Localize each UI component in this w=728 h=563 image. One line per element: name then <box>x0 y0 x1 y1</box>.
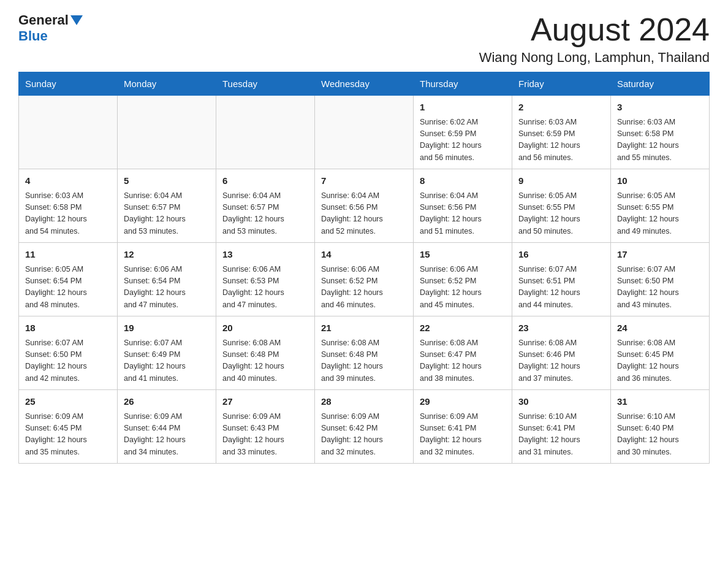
calendar-cell: 10Sunrise: 6:05 AM Sunset: 6:55 PM Dayli… <box>611 169 710 243</box>
day-number: 2 <box>518 101 604 115</box>
week-row-3: 11Sunrise: 6:05 AM Sunset: 6:54 PM Dayli… <box>19 243 710 316</box>
day-info: Sunrise: 6:04 AM Sunset: 6:57 PM Dayligh… <box>222 190 308 238</box>
day-info: Sunrise: 6:08 AM Sunset: 6:45 PM Dayligh… <box>617 337 703 385</box>
day-info: Sunrise: 6:09 AM Sunset: 6:44 PM Dayligh… <box>124 411 210 459</box>
calendar-table: SundayMondayTuesdayWednesdayThursdayFrid… <box>18 72 710 464</box>
day-number: 4 <box>25 174 111 188</box>
day-number: 6 <box>222 174 308 188</box>
day-number: 17 <box>617 248 703 262</box>
logo-triangle-icon <box>70 15 83 25</box>
day-number: 10 <box>617 174 703 188</box>
day-info: Sunrise: 6:04 AM Sunset: 6:56 PM Dayligh… <box>420 190 506 238</box>
calendar-cell: 19Sunrise: 6:07 AM Sunset: 6:49 PM Dayli… <box>118 316 216 390</box>
day-number: 29 <box>420 395 506 409</box>
logo: General Blue <box>18 12 85 44</box>
day-info: Sunrise: 6:06 AM Sunset: 6:53 PM Dayligh… <box>222 264 308 312</box>
calendar-cell: 2Sunrise: 6:03 AM Sunset: 6:59 PM Daylig… <box>512 96 611 169</box>
calendar-cell: 20Sunrise: 6:08 AM Sunset: 6:48 PM Dayli… <box>216 316 315 390</box>
day-info: Sunrise: 6:07 AM Sunset: 6:50 PM Dayligh… <box>25 337 111 385</box>
day-info: Sunrise: 6:07 AM Sunset: 6:51 PM Dayligh… <box>518 264 604 312</box>
calendar-cell: 29Sunrise: 6:09 AM Sunset: 6:41 PM Dayli… <box>414 390 512 464</box>
calendar-cell: 13Sunrise: 6:06 AM Sunset: 6:53 PM Dayli… <box>216 243 315 316</box>
calendar-cell: 9Sunrise: 6:05 AM Sunset: 6:55 PM Daylig… <box>512 169 611 243</box>
day-info: Sunrise: 6:04 AM Sunset: 6:57 PM Dayligh… <box>124 190 210 238</box>
day-info: Sunrise: 6:07 AM Sunset: 6:50 PM Dayligh… <box>617 264 703 312</box>
calendar-cell: 14Sunrise: 6:06 AM Sunset: 6:52 PM Dayli… <box>315 243 414 316</box>
week-row-4: 18Sunrise: 6:07 AM Sunset: 6:50 PM Dayli… <box>19 316 710 390</box>
day-info: Sunrise: 6:05 AM Sunset: 6:55 PM Dayligh… <box>617 190 703 238</box>
calendar-cell: 8Sunrise: 6:04 AM Sunset: 6:56 PM Daylig… <box>414 169 512 243</box>
day-info: Sunrise: 6:06 AM Sunset: 6:54 PM Dayligh… <box>124 264 210 312</box>
day-number: 11 <box>25 248 111 262</box>
day-info: Sunrise: 6:02 AM Sunset: 6:59 PM Dayligh… <box>420 117 506 164</box>
calendar-cell: 28Sunrise: 6:09 AM Sunset: 6:42 PM Dayli… <box>315 390 414 464</box>
day-number: 28 <box>321 395 407 409</box>
day-number: 3 <box>617 101 703 115</box>
calendar-cell: 3Sunrise: 6:03 AM Sunset: 6:58 PM Daylig… <box>611 96 710 169</box>
day-number: 8 <box>420 174 506 188</box>
day-info: Sunrise: 6:05 AM Sunset: 6:55 PM Dayligh… <box>518 190 604 238</box>
day-number: 19 <box>124 321 210 335</box>
calendar-cell <box>118 96 216 169</box>
day-number: 25 <box>25 395 111 409</box>
week-row-5: 25Sunrise: 6:09 AM Sunset: 6:45 PM Dayli… <box>19 390 710 464</box>
day-number: 7 <box>321 174 407 188</box>
day-number: 13 <box>222 248 308 262</box>
day-info: Sunrise: 6:07 AM Sunset: 6:49 PM Dayligh… <box>124 337 210 385</box>
day-header-friday: Friday <box>512 72 611 96</box>
week-row-1: 1Sunrise: 6:02 AM Sunset: 6:59 PM Daylig… <box>19 96 710 169</box>
day-info: Sunrise: 6:09 AM Sunset: 6:43 PM Dayligh… <box>222 411 308 459</box>
day-number: 31 <box>617 395 703 409</box>
day-number: 30 <box>518 395 604 409</box>
calendar-cell: 30Sunrise: 6:10 AM Sunset: 6:41 PM Dayli… <box>512 390 611 464</box>
day-info: Sunrise: 6:06 AM Sunset: 6:52 PM Dayligh… <box>420 264 506 312</box>
day-info: Sunrise: 6:06 AM Sunset: 6:52 PM Dayligh… <box>321 264 407 312</box>
day-info: Sunrise: 6:09 AM Sunset: 6:41 PM Dayligh… <box>420 411 506 459</box>
calendar-cell: 6Sunrise: 6:04 AM Sunset: 6:57 PM Daylig… <box>216 169 315 243</box>
calendar-cell: 27Sunrise: 6:09 AM Sunset: 6:43 PM Dayli… <box>216 390 315 464</box>
logo-general-text: General <box>18 12 69 28</box>
day-number: 24 <box>617 321 703 335</box>
day-header-monday: Monday <box>118 72 216 96</box>
day-number: 16 <box>518 248 604 262</box>
calendar-cell <box>19 96 118 169</box>
day-info: Sunrise: 6:08 AM Sunset: 6:47 PM Dayligh… <box>420 337 506 385</box>
calendar-cell: 26Sunrise: 6:09 AM Sunset: 6:44 PM Dayli… <box>118 390 216 464</box>
day-number: 27 <box>222 395 308 409</box>
calendar-cell <box>216 96 315 169</box>
day-info: Sunrise: 6:08 AM Sunset: 6:46 PM Dayligh… <box>518 337 604 385</box>
week-row-2: 4Sunrise: 6:03 AM Sunset: 6:58 PM Daylig… <box>19 169 710 243</box>
day-info: Sunrise: 6:03 AM Sunset: 6:58 PM Dayligh… <box>25 190 111 238</box>
day-number: 12 <box>124 248 210 262</box>
day-number: 22 <box>420 321 506 335</box>
day-info: Sunrise: 6:04 AM Sunset: 6:56 PM Dayligh… <box>321 190 407 238</box>
day-number: 23 <box>518 321 604 335</box>
calendar-cell: 18Sunrise: 6:07 AM Sunset: 6:50 PM Dayli… <box>19 316 118 390</box>
day-info: Sunrise: 6:08 AM Sunset: 6:48 PM Dayligh… <box>321 337 407 385</box>
day-info: Sunrise: 6:05 AM Sunset: 6:54 PM Dayligh… <box>25 264 111 312</box>
day-info: Sunrise: 6:10 AM Sunset: 6:40 PM Dayligh… <box>617 411 703 459</box>
day-number: 1 <box>420 101 506 115</box>
day-number: 21 <box>321 321 407 335</box>
calendar-cell: 24Sunrise: 6:08 AM Sunset: 6:45 PM Dayli… <box>611 316 710 390</box>
calendar-cell: 15Sunrise: 6:06 AM Sunset: 6:52 PM Dayli… <box>414 243 512 316</box>
day-info: Sunrise: 6:09 AM Sunset: 6:42 PM Dayligh… <box>321 411 407 459</box>
calendar-cell: 21Sunrise: 6:08 AM Sunset: 6:48 PM Dayli… <box>315 316 414 390</box>
day-header-saturday: Saturday <box>611 72 710 96</box>
day-number: 14 <box>321 248 407 262</box>
day-info: Sunrise: 6:10 AM Sunset: 6:41 PM Dayligh… <box>518 411 604 459</box>
day-info: Sunrise: 6:03 AM Sunset: 6:58 PM Dayligh… <box>617 117 703 164</box>
day-number: 20 <box>222 321 308 335</box>
calendar-cell: 16Sunrise: 6:07 AM Sunset: 6:51 PM Dayli… <box>512 243 611 316</box>
day-header-tuesday: Tuesday <box>216 72 315 96</box>
calendar-cell: 5Sunrise: 6:04 AM Sunset: 6:57 PM Daylig… <box>118 169 216 243</box>
day-info: Sunrise: 6:09 AM Sunset: 6:45 PM Dayligh… <box>25 411 111 459</box>
location-title: Wiang Nong Long, Lamphun, Thailand <box>479 50 710 66</box>
calendar-cell: 4Sunrise: 6:03 AM Sunset: 6:58 PM Daylig… <box>19 169 118 243</box>
day-number: 18 <box>25 321 111 335</box>
calendar-cell <box>315 96 414 169</box>
day-header-wednesday: Wednesday <box>315 72 414 96</box>
calendar-cell: 23Sunrise: 6:08 AM Sunset: 6:46 PM Dayli… <box>512 316 611 390</box>
calendar-cell: 25Sunrise: 6:09 AM Sunset: 6:45 PM Dayli… <box>19 390 118 464</box>
day-number: 15 <box>420 248 506 262</box>
